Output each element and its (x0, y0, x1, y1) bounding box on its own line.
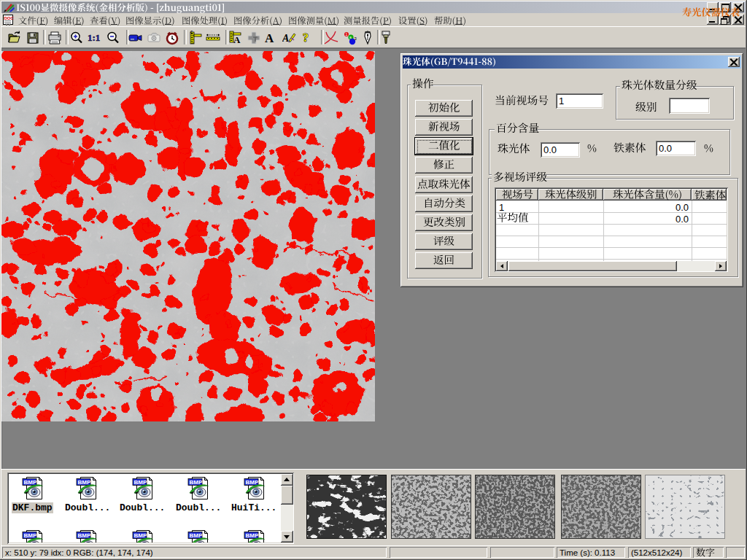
svg-text:a: a (349, 35, 352, 39)
svg-text:A: A (265, 31, 274, 45)
svg-text:A: A (282, 33, 289, 44)
svg-text:DOC: DOC (4, 16, 15, 20)
svg-text:BMP: BMP (190, 532, 203, 539)
svg-text:BMP: BMP (134, 532, 147, 539)
svg-text:1:1: 1:1 (88, 32, 100, 43)
svg-text:BMP: BMP (24, 532, 37, 539)
svg-text:A: A (233, 34, 241, 45)
svg-text:3: 3 (355, 36, 357, 41)
svg-text:1: 1 (346, 32, 348, 36)
svg-text:BMP: BMP (246, 532, 259, 539)
svg-text:?: ? (303, 31, 309, 44)
svg-text:BMP: BMP (78, 532, 91, 539)
